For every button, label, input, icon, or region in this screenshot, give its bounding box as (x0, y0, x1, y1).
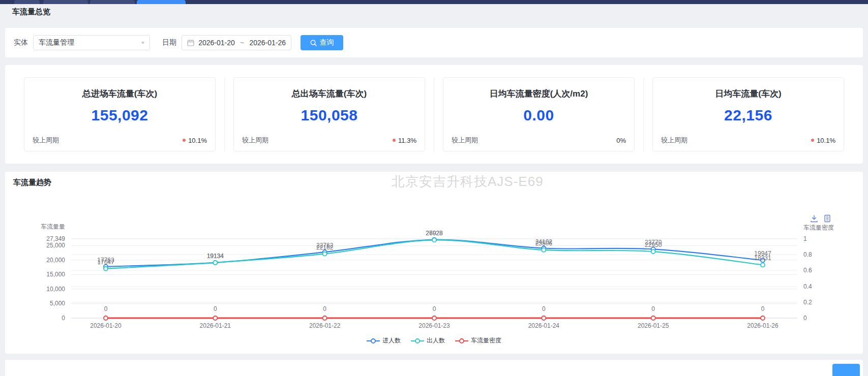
chart-legend: 进人数出人数车流量密度 (5, 336, 863, 345)
page-title: 车流量总览 (12, 7, 50, 17)
svg-text:25,000: 25,000 (46, 242, 65, 249)
svg-text:0: 0 (761, 305, 765, 312)
compare-label: 较上周期 (33, 136, 59, 145)
stat-card-daily-avg: 日均车流量(车次) 22,156 较上周期 10.1% (652, 77, 844, 151)
tab-indicator-active[interactable] (137, 0, 186, 4)
legend-item[interactable]: 进人数 (367, 336, 401, 345)
svg-text:0: 0 (214, 305, 217, 312)
tab-indicator[interactable] (90, 0, 135, 4)
svg-text:23506: 23506 (535, 240, 553, 247)
legend-item[interactable]: 出人数 (411, 336, 445, 345)
stat-value: 22,156 (661, 107, 835, 124)
svg-text:22162: 22162 (316, 244, 334, 251)
svg-text:0: 0 (651, 305, 655, 312)
query-button-label: 查询 (320, 38, 334, 47)
svg-text:2026-01-23: 2026-01-23 (418, 322, 450, 329)
svg-text:0: 0 (433, 305, 436, 312)
legend-item[interactable]: 车流量密度 (455, 336, 501, 345)
change-value: 10.1% (188, 137, 207, 144)
svg-text:1: 1 (803, 235, 807, 242)
stat-value: 150,058 (242, 107, 416, 124)
stat-card-total-in: 总进场车流量(车次) 155,092 较上周期 10.1% (24, 77, 216, 151)
svg-text:0: 0 (62, 315, 65, 322)
svg-text:10,000: 10,000 (46, 286, 65, 293)
svg-text:0.4: 0.4 (803, 283, 812, 290)
stat-title: 总进场车流量(车次) (33, 88, 207, 100)
compare-label: 较上周期 (452, 136, 478, 145)
stat-value: 0.00 (452, 107, 626, 124)
legend-label: 进人数 (382, 336, 401, 345)
top-tab-strip (0, 0, 868, 4)
legend-marker-icon (455, 338, 468, 343)
compare-label: 较上周期 (661, 136, 687, 145)
date-range-input[interactable]: 2026-01-20 ~ 2026-01-26 (182, 35, 291, 50)
entity-select-value: 车流量管理 (39, 38, 74, 47)
stat-title: 总出场车流量(车次) (242, 88, 416, 100)
svg-text:18331: 18331 (754, 255, 771, 262)
date-start[interactable]: 2026-01-20 (198, 39, 235, 47)
svg-text:22950: 22950 (645, 241, 662, 248)
stat-value: 155,092 (33, 107, 207, 124)
query-button[interactable]: 查询 (301, 35, 343, 50)
watermark: 北京安吉升科技AJS-E69 (392, 173, 544, 191)
svg-text:15,000: 15,000 (46, 271, 65, 278)
change-value: 11.3% (398, 137, 416, 144)
date-label: 日期 (162, 38, 176, 47)
stat-title: 日均车流量(车次) (661, 88, 835, 100)
filter-panel: 实体 车流量管理 ▾ 日期 2026-01-20 ~ 2026-01-26 查询 (5, 28, 863, 57)
stat-card-avg-density: 日均车流量密度(人次/m2) 0.00 较上周期 0% (443, 77, 635, 151)
entity-select[interactable]: 车流量管理 ▾ (33, 35, 150, 50)
svg-text:5,000: 5,000 (50, 300, 65, 307)
svg-text:0: 0 (542, 305, 546, 312)
svg-text:2026-01-20: 2026-01-20 (90, 322, 122, 329)
date-end[interactable]: 2026-01-26 (249, 39, 286, 47)
bottom-panel (5, 360, 863, 376)
svg-text:19134: 19134 (207, 253, 224, 260)
entity-label: 实体 (14, 38, 28, 47)
legend-marker-icon (367, 338, 380, 343)
svg-text:2026-01-21: 2026-01-21 (200, 322, 231, 329)
tab-indicator[interactable] (14, 0, 40, 4)
svg-text:2026-01-22: 2026-01-22 (309, 322, 341, 329)
calendar-icon (187, 39, 194, 46)
legend-label: 出人数 (427, 336, 445, 345)
stats-panel: 总进场车流量(车次) 155,092 较上周期 10.1% 总出场车流量(车次)… (5, 65, 863, 164)
legend-label: 车流量密度 (471, 336, 501, 345)
svg-text:0.2: 0.2 (803, 299, 812, 306)
stat-title: 日均车流量密度(人次/m2) (452, 88, 626, 100)
tab-indicator[interactable] (43, 0, 88, 4)
bottom-action-button[interactable] (832, 364, 860, 376)
svg-text:20,000: 20,000 (46, 257, 65, 264)
svg-text:26928: 26928 (426, 230, 443, 237)
svg-text:0.6: 0.6 (803, 267, 812, 274)
svg-text:2026-01-26: 2026-01-26 (747, 322, 779, 329)
date-separator: ~ (238, 39, 246, 47)
change-dot (811, 139, 814, 142)
change-value: 0% (616, 137, 626, 144)
change-dot (183, 139, 186, 142)
svg-text:2026-01-24: 2026-01-24 (528, 322, 560, 329)
trend-chart-panel: 车流量趋势 北京安吉升科技AJS-E69 车流量量 车流量密度 10.80.60… (5, 172, 863, 354)
change-dot (393, 139, 396, 142)
trend-chart-title: 车流量趋势 (13, 178, 51, 187)
stat-card-total-out: 总出场车流量(车次) 150,058 较上周期 11.3% (233, 77, 425, 151)
svg-text:0.8: 0.8 (803, 251, 812, 258)
svg-text:2026-01-25: 2026-01-25 (638, 322, 669, 329)
legend-marker-icon (411, 338, 424, 343)
compare-label: 较上周期 (242, 136, 268, 145)
svg-text:17047: 17047 (97, 259, 114, 266)
svg-text:0: 0 (104, 305, 108, 312)
chevron-down-icon: ▾ (141, 40, 144, 45)
trend-chart-svg: 10.80.60.40.2027,34925,00020,00015,00010… (5, 202, 863, 354)
change-value: 10.1% (817, 137, 835, 144)
svg-text:0: 0 (323, 305, 326, 312)
search-icon (310, 40, 317, 46)
svg-text:0: 0 (803, 315, 807, 322)
svg-text:27,349: 27,349 (46, 235, 65, 242)
